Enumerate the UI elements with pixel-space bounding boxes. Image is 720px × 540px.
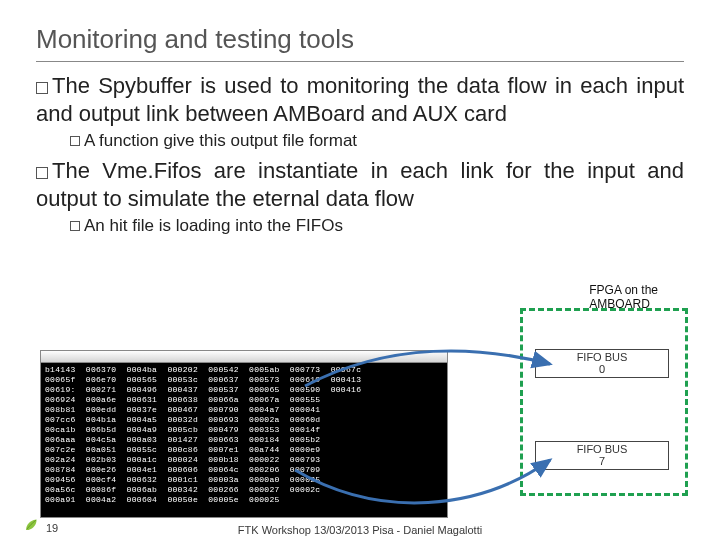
bullet-box-icon xyxy=(36,82,48,94)
fifo-bus-0: FIFO BUS 0 xyxy=(535,349,669,378)
subbullet-function: A function give this output file format xyxy=(70,131,684,151)
terminal-output: b14143 006370 0004ba 000202 000542 0005a… xyxy=(41,363,447,507)
fifo-bus-7: FIFO BUS 7 xyxy=(535,441,669,470)
fifo-index: 0 xyxy=(599,363,605,375)
bullet-text: An hit file is loading into the FIFOs xyxy=(84,216,343,235)
bullet-box-icon xyxy=(36,167,48,179)
footer-text: FTK Workshop 13/03/2013 Pisa - Daniel Ma… xyxy=(0,524,720,536)
bullet-text: A function give this output file format xyxy=(84,131,357,150)
terminal-window: b14143 006370 0004ba 000202 000542 0005a… xyxy=(40,350,448,518)
bullet-spybuffer: The Spybuffer is used to monitoring the … xyxy=(36,72,684,127)
fifo-label: FIFO BUS xyxy=(577,443,628,455)
bullet-text: The Vme.Fifos are instantiate in each li… xyxy=(36,158,684,211)
subbullet-hitfile: An hit file is loading into the FIFOs xyxy=(70,216,684,236)
bullet-vmefifos: The Vme.Fifos are instantiate in each li… xyxy=(36,157,684,212)
bullet-box-icon xyxy=(70,221,80,231)
slide-title: Monitoring and testing tools xyxy=(36,24,684,62)
fpga-label-line1: FPGA on the xyxy=(589,283,658,297)
fifo-label: FIFO BUS xyxy=(577,351,628,363)
amboard-diagram: FIFO BUS 0 FIFO BUS 7 xyxy=(520,308,688,496)
fifo-index: 7 xyxy=(599,455,605,467)
bullet-text: The Spybuffer is used to monitoring the … xyxy=(36,73,684,126)
terminal-titlebar xyxy=(41,351,447,363)
bullet-box-icon xyxy=(70,136,80,146)
